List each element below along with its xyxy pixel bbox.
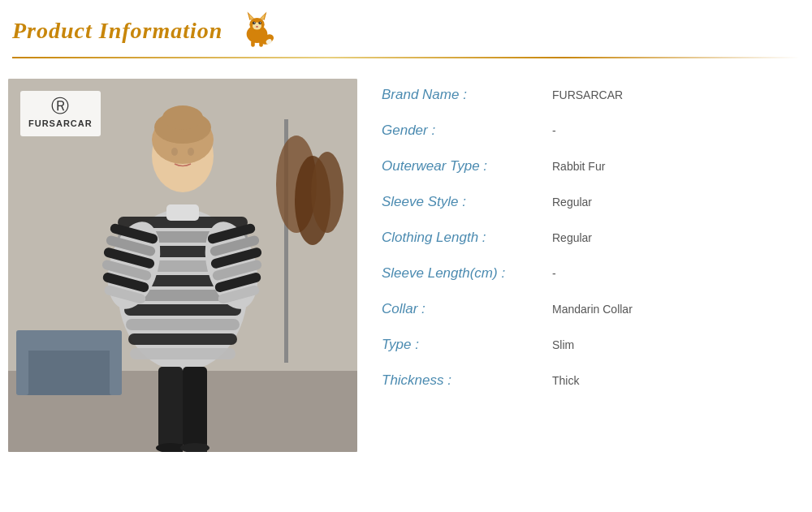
collar-label: Collar :: [382, 301, 552, 317]
svg-point-25: [311, 152, 343, 233]
gender-value: -: [552, 124, 556, 137]
svg-rect-36: [130, 348, 235, 359]
brand-icon: Ⓡ: [28, 97, 93, 115]
outerwear-type-label: Outerwear Type :: [382, 158, 552, 174]
svg-rect-34: [126, 319, 240, 330]
gender-row: Gender : -: [382, 123, 804, 139]
brand-name-label: Brand Name :: [382, 87, 552, 103]
thickness-value: Thick: [552, 374, 579, 387]
type-value: Slim: [552, 338, 574, 351]
product-image: Ⓡ FURSARCAR: [8, 79, 357, 452]
svg-rect-14: [252, 41, 256, 46]
svg-rect-19: [16, 330, 122, 351]
main-content: Ⓡ FURSARCAR Brand Name : FURSARCAR Gende…: [0, 67, 812, 460]
brand-name-value: FURSARCAR: [552, 88, 623, 101]
clothing-length-value: Regular: [552, 231, 592, 244]
page-header: Product Information: [0, 0, 812, 57]
thickness-row: Thickness : Thick: [382, 372, 804, 389]
sleeve-length-label: Sleeve Length(cm) :: [382, 265, 552, 282]
brand-logo-overlay: Ⓡ FURSARCAR: [20, 91, 101, 136]
sleeve-length-row: Sleeve Length(cm) : -: [382, 265, 804, 282]
svg-point-7: [253, 22, 256, 25]
sleeve-style-label: Sleeve Style :: [382, 194, 552, 210]
clothing-length-label: Clothing Length :: [382, 230, 552, 246]
svg-rect-18: [16, 346, 122, 395]
svg-rect-51: [166, 204, 199, 221]
sleeve-length-value: -: [552, 267, 556, 280]
type-row: Type : Slim: [382, 337, 804, 353]
outerwear-type-row: Outerwear Type : Rabbit Fur: [382, 158, 804, 174]
sleeve-style-row: Sleeve Style : Regular: [382, 194, 804, 210]
brand-name-row: Brand Name : FURSARCAR: [382, 87, 804, 103]
svg-rect-58: [158, 367, 183, 448]
collar-row: Collar : Mandarin Collar: [382, 301, 804, 317]
svg-point-11: [257, 26, 259, 28]
svg-rect-20: [16, 338, 28, 395]
clothing-length-row: Clothing Length : Regular: [382, 230, 804, 246]
svg-rect-21: [110, 338, 122, 395]
type-label: Type :: [382, 337, 552, 353]
fox-icon: [235, 8, 279, 53]
svg-rect-59: [183, 367, 207, 448]
product-info-panel: Brand Name : FURSARCAR Gender : - Outerw…: [382, 79, 804, 452]
svg-point-10: [260, 22, 261, 23]
svg-point-8: [259, 22, 262, 25]
brand-name-logo: FURSARCAR: [28, 118, 93, 128]
page-title: Product Information: [12, 18, 222, 44]
thickness-label: Thickness :: [382, 372, 552, 389]
svg-rect-15: [260, 41, 264, 46]
svg-point-55: [162, 105, 203, 130]
svg-point-56: [171, 148, 178, 156]
svg-rect-63: [203, 444, 207, 452]
gender-label: Gender :: [382, 123, 552, 139]
svg-point-9: [254, 22, 255, 23]
sleeve-style-value: Regular: [552, 196, 592, 209]
outerwear-type-value: Rabbit Fur: [552, 160, 605, 173]
collar-value: Mandarin Collar: [552, 303, 633, 316]
svg-point-57: [188, 148, 194, 156]
header-divider: [12, 57, 800, 58]
svg-rect-33: [124, 304, 241, 316]
svg-rect-35: [128, 333, 237, 345]
